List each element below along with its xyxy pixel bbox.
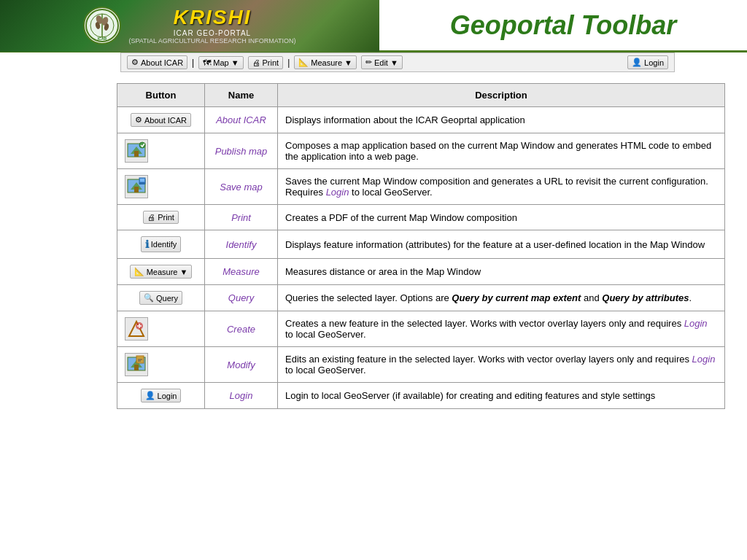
map-button[interactable]: 🗺 Map ▼ — [198, 56, 243, 69]
measure-dropdown-arrow: ▼ — [179, 268, 187, 276]
print-button[interactable]: 🖨 Print — [248, 56, 284, 69]
column-header-name: Name — [205, 84, 278, 107]
button-cell-publish — [117, 133, 205, 169]
logo-banner: ICAR KRISHI ICAR GEO-PORTAL (SPATIAL AGR… — [0, 0, 379, 52]
measure-icon: 📐 — [134, 267, 144, 276]
measure-table-button[interactable]: 📐 Measure ▼ — [130, 265, 193, 279]
svg-rect-17 — [139, 182, 145, 184]
gear-icon: ⚙ — [131, 58, 139, 67]
svg-rect-10 — [134, 151, 139, 157]
main-content: Button Name Description ⚙ About ICAR Abo… — [102, 72, 740, 416]
measure-dropdown-icon: ▼ — [344, 58, 352, 67]
print-icon: 🖨 — [147, 213, 155, 222]
name-cell-print: Print — [205, 205, 278, 230]
table-row: Modify Edits an existing feature in the … — [117, 347, 725, 383]
button-cell-about: ⚙ About ICAR — [117, 107, 205, 133]
svg-rect-24 — [134, 365, 139, 370]
toolbar: ⚙ About ICAR | 🗺 Map ▼ 🖨 Print | 📐 Measu… — [120, 52, 675, 72]
button-cell-create — [117, 311, 205, 347]
edit-icon: ✏ — [365, 58, 372, 67]
toolbar-separator2: | — [287, 58, 290, 68]
modify-icon — [125, 353, 148, 376]
map-icon: 🗺 — [203, 58, 211, 67]
desc-cell-about: Displays information about the ICAR Geop… — [278, 107, 725, 133]
login-icon: 👤 — [632, 58, 642, 67]
print-icon: 🖨 — [252, 58, 260, 67]
edit-dropdown-icon: ▼ — [390, 58, 398, 67]
button-cell-modify — [117, 347, 205, 383]
button-cell-login: 👤 Login — [117, 383, 205, 409]
about-icar-button[interactable]: ⚙ About ICAR — [127, 55, 187, 69]
icar-emblem: ICAR — [83, 7, 121, 44]
desc-cell-measure: Measures distance or area in the Map Win… — [278, 259, 725, 285]
save-map-icon — [125, 175, 148, 198]
logo-subtitle1: ICAR GEO-PORTAL — [174, 29, 251, 37]
desc-cell-modify: Edits an existing feature in the selecte… — [278, 347, 725, 383]
name-cell-modify: Modify — [205, 347, 278, 383]
toolbar-separator1: | — [192, 58, 194, 68]
svg-text:ICAR: ICAR — [98, 36, 107, 41]
button-cell-query: 🔍 Query — [117, 285, 205, 311]
logo-title: KRISHI — [174, 6, 252, 29]
name-cell-about: About ICAR — [205, 107, 278, 133]
desc-cell-identify: Displays feature information (attributes… — [278, 230, 725, 259]
name-cell-save: Save map — [205, 169, 278, 205]
name-cell-create: Create — [205, 311, 278, 347]
map-dropdown-icon: ▼ — [231, 58, 239, 67]
login-table-button[interactable]: 👤 Login — [141, 389, 182, 402]
column-header-description: Description — [278, 84, 725, 107]
table-header-row: Button Name Description — [117, 84, 725, 107]
login-button[interactable]: 👤 Login — [627, 55, 668, 69]
query-icon: 🔍 — [144, 293, 154, 303]
name-cell-publish: Publish map — [205, 133, 278, 169]
query-table-button[interactable]: 🔍 Query — [139, 291, 182, 305]
page-title: Geoportal Toolbar — [379, 10, 747, 41]
login-icon: 👤 — [145, 391, 155, 400]
button-cell-save — [117, 169, 205, 205]
column-header-button: Button — [117, 84, 205, 107]
name-cell-measure: Measure — [205, 259, 278, 285]
toolbar-table: Button Name Description ⚙ About ICAR Abo… — [117, 83, 725, 409]
name-cell-query: Query — [205, 285, 278, 311]
gear-icon: ⚙ — [135, 115, 142, 125]
table-row: 👤 Login Login Login to local GeoServer (… — [117, 383, 725, 409]
button-cell-measure: 📐 Measure ▼ — [117, 259, 205, 285]
create-icon — [125, 317, 148, 341]
desc-cell-query: Queries the selected layer. Options are … — [278, 285, 725, 311]
button-cell-identify: ℹ Identify — [117, 230, 205, 259]
measure-button[interactable]: 📐 Measure ▼ — [294, 55, 357, 69]
table-row: Publish map Composes a map application b… — [117, 133, 725, 169]
table-row: 🖨 Print Print Creates a PDF of the curre… — [117, 205, 725, 230]
table-row: 🔍 Query Query Queries the selected layer… — [117, 285, 725, 311]
identify-table-button[interactable]: ℹ Identify — [141, 236, 181, 252]
page-header: ICAR KRISHI ICAR GEO-PORTAL (SPATIAL AGR… — [0, 0, 747, 52]
table-row: 📐 Measure ▼ Measure Measures distance or… — [117, 259, 725, 285]
logo-subtitle2: (SPATIAL AGRICULTURAL RESEARCH INFORMATI… — [128, 37, 295, 44]
desc-cell-publish: Composes a map application based on the … — [278, 133, 725, 169]
desc-cell-create: Creates a new feature in the selected la… — [278, 311, 725, 347]
name-cell-login: Login — [205, 383, 278, 409]
edit-button[interactable]: ✏ Edit ▼ — [361, 55, 403, 69]
print-table-button[interactable]: 🖨 Print — [143, 211, 179, 224]
table-row: Create Creates a new feature in the sele… — [117, 311, 725, 347]
desc-cell-print: Creates a PDF of the current Map Window … — [278, 205, 725, 230]
table-row: ⚙ About ICAR About ICAR Displays informa… — [117, 107, 725, 133]
table-row: ℹ Identify Identify Displays feature inf… — [117, 230, 725, 259]
button-cell-print: 🖨 Print — [117, 205, 205, 230]
svg-rect-16 — [140, 179, 144, 182]
svg-rect-14 — [134, 187, 139, 192]
name-cell-identify: Identify — [205, 230, 278, 259]
about-icar-table-button[interactable]: ⚙ About ICAR — [131, 113, 191, 127]
measure-icon: 📐 — [298, 58, 309, 67]
publish-map-icon — [125, 139, 148, 163]
desc-cell-login: Login to local GeoServer (if available) … — [278, 383, 725, 409]
desc-cell-save: Saves the current Map Window composition… — [278, 169, 725, 205]
table-row: Save map Saves the current Map Window co… — [117, 169, 725, 205]
identify-icon: ℹ — [145, 238, 149, 250]
